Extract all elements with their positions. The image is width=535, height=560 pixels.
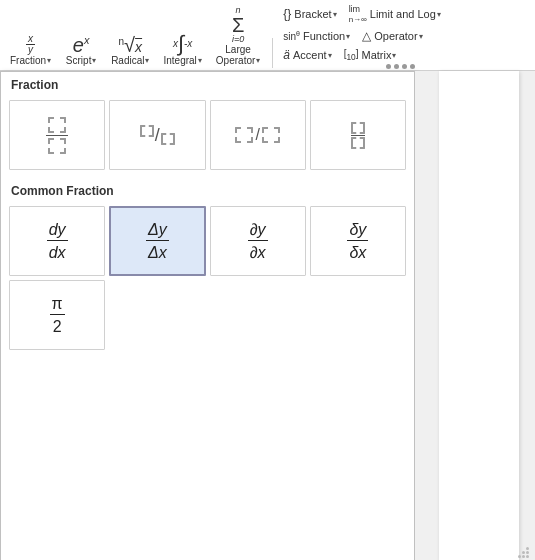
fraction-label: Fraction: [10, 55, 46, 66]
dot4: [410, 64, 415, 69]
ribbon-group-fraction[interactable]: x y Fraction ▾: [4, 22, 57, 68]
fraction-grid-1: / /: [1, 96, 414, 178]
doc-area: [415, 71, 535, 560]
delta2-icon: δy δx: [347, 221, 368, 261]
fraction-icon: x y: [26, 24, 35, 55]
separator1: [272, 38, 273, 68]
fraction-cell-delta2-dy-dx[interactable]: δy δx: [310, 206, 406, 276]
delta-denom: Δx: [146, 243, 169, 262]
accent-dropdown[interactable]: ä Accent ▾: [279, 46, 335, 64]
partial-denom: ∂x: [248, 243, 268, 262]
ribbon-dropdowns-row2: sinθ Function ▾ △ Operator ▾: [279, 27, 445, 45]
limitlog-dropdown[interactable]: limn→∞ Limit and Log ▾: [345, 2, 445, 26]
resize-dots: [518, 547, 529, 558]
fraction-cell-diagonal[interactable]: /: [109, 100, 205, 170]
small-top-box: [351, 122, 365, 136]
script-chevron: ▾: [92, 56, 96, 65]
horiz-box-left: [235, 127, 253, 143]
dy-dx-icon: dy dx: [47, 221, 68, 261]
stacked-dashed-icon: [46, 117, 68, 154]
limitlog-chevron: ▾: [437, 10, 441, 19]
limitlog-icon: limn→∞: [349, 4, 367, 24]
section-fraction-title: Fraction: [1, 72, 414, 96]
radical-chevron: ▾: [145, 56, 149, 65]
integral-chevron: ▾: [198, 56, 202, 65]
pi-numer: π: [50, 295, 65, 315]
operator-dropdown[interactable]: △ Operator ▾: [358, 27, 426, 45]
ribbon-dropdowns-row3: ä Accent ▾ [10] Matrix ▾: [279, 46, 445, 64]
diagonal-dashed-icon: /: [140, 125, 175, 146]
section-common-title: Common Fraction: [1, 178, 414, 202]
ribbon-dropdowns-row1: {} Bracket ▾ limn→∞ Limit and Log ▾: [279, 2, 445, 26]
bracket-label: Bracket: [294, 8, 331, 20]
diag-box-bot: [161, 133, 175, 145]
main-layout: Fraction /: [0, 71, 535, 560]
fraction-cell-horizontal[interactable]: /: [210, 100, 306, 170]
ribbon-group-integral[interactable]: x ∫ -x Integral ▾: [157, 31, 207, 68]
pi-2-icon: π 2: [50, 295, 65, 335]
function-dropdown[interactable]: sinθ Function ▾: [279, 27, 354, 45]
box-top: [48, 117, 66, 133]
fraction-grid-2: dy dx Δy Δx ∂y ∂x δy: [1, 202, 414, 358]
ribbon-group-radical[interactable]: n√x Radical ▾: [105, 33, 155, 68]
ribbon: x y Fraction ▾ ex Script ▾: [0, 0, 535, 71]
fraction-cell-delta-dy-dx[interactable]: Δy Δx: [109, 206, 205, 276]
operator-chevron: ▾: [419, 32, 423, 41]
dy-numer: dy: [47, 221, 68, 241]
large-label2: Operator: [216, 55, 255, 66]
fraction-dropdown-panel: Fraction /: [0, 71, 415, 560]
fraction-cell-partial-dy-dx[interactable]: ∂y ∂x: [210, 206, 306, 276]
fraction-cell-small-stacked[interactable]: [310, 100, 406, 170]
matrix-label: Matrix: [361, 49, 391, 61]
limitlog-label: Limit and Log: [370, 8, 436, 20]
dot1: [386, 64, 391, 69]
small-stacked-icon: [351, 122, 365, 149]
fraction-cell-pi-2[interactable]: π 2: [9, 280, 105, 350]
delta2-denom: δx: [347, 243, 368, 262]
dots-indicator: [386, 64, 415, 69]
dy-denom: dx: [47, 243, 68, 262]
function-label: Function: [303, 30, 345, 42]
sm-top-box: [351, 122, 365, 134]
dot2: [394, 64, 399, 69]
fraction-chevron: ▾: [47, 56, 51, 65]
large-op-icon: n Σ i=0: [232, 6, 244, 44]
ribbon-group-large-op[interactable]: n Σ i=0 Large Operator ▾: [210, 4, 266, 68]
delta-numer: Δy: [146, 221, 169, 241]
function-chevron: ▾: [346, 32, 350, 41]
large-label: Large: [225, 44, 251, 55]
function-icon: sinθ: [283, 30, 300, 42]
ribbon-content: x y Fraction ▾ ex Script ▾: [4, 2, 531, 70]
delta-dy-dx-icon: Δy Δx: [146, 221, 169, 261]
doc-paper: [439, 71, 519, 560]
fraction-cell-stacked[interactable]: [9, 100, 105, 170]
pi-denom: 2: [51, 317, 64, 336]
bracket-icon: {}: [283, 7, 291, 21]
partial-icon: ∂y ∂x: [248, 221, 268, 261]
operator-icon: △: [362, 29, 371, 43]
radical-label: Radical: [111, 55, 144, 66]
diag-slash: /: [155, 125, 160, 146]
horiz-slash: /: [255, 126, 259, 144]
dot3: [402, 64, 407, 69]
script-label: Script: [66, 55, 92, 66]
bracket-dropdown[interactable]: {} Bracket ▾: [279, 2, 340, 26]
sm-bot-box: [351, 137, 365, 149]
matrix-dropdown[interactable]: [10] Matrix ▾: [340, 46, 401, 64]
bracket-chevron: ▾: [333, 10, 337, 19]
script-icon: ex: [73, 35, 90, 55]
horizontal-dashed-icon: /: [235, 126, 279, 144]
partial-numer: ∂y: [248, 221, 268, 241]
horiz-box-right: [262, 127, 280, 143]
accent-label: Accent: [293, 49, 327, 61]
operator-label: Operator: [374, 30, 417, 42]
large-op-chevron: ▾: [256, 56, 260, 65]
hline: [46, 135, 68, 136]
integral-label: Integral: [163, 55, 196, 66]
box-bottom: [48, 138, 66, 154]
ribbon-group-script[interactable]: ex Script ▾: [59, 33, 103, 68]
diag-box-top: [140, 125, 154, 137]
fraction-cell-dy-dx[interactable]: dy dx: [9, 206, 105, 276]
ribbon-dropdowns: {} Bracket ▾ limn→∞ Limit and Log ▾ sinθ…: [279, 2, 445, 68]
resize-handle[interactable]: [517, 546, 529, 558]
